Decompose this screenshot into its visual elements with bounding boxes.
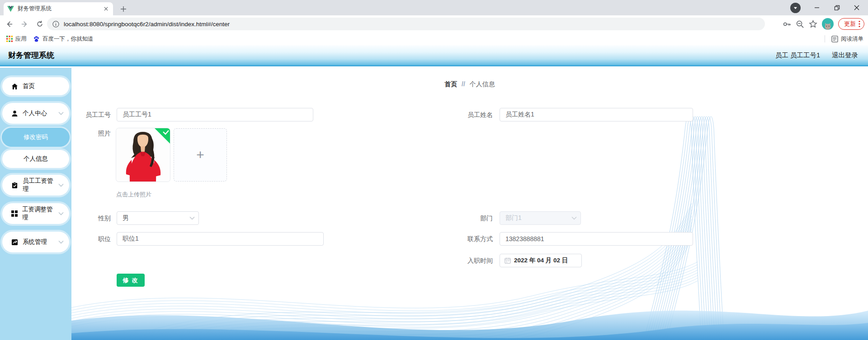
divider bbox=[825, 35, 825, 42]
dept-select[interactable]: 部门1 bbox=[500, 211, 581, 225]
photo-upload-button[interactable]: + bbox=[174, 128, 227, 182]
app-header: 财务管理系统 员工 员工工号1 退出登录 bbox=[0, 45, 868, 66]
contact-field-wrap bbox=[500, 232, 693, 246]
tab-title: 财务管理系统 bbox=[18, 5, 102, 13]
dept-value: 部门1 bbox=[505, 214, 571, 222]
sidebar-item-label: 首页 bbox=[23, 82, 64, 90]
dept-label: 部门 bbox=[448, 211, 493, 225]
contact-label: 联系方式 bbox=[448, 232, 493, 246]
window-restore-button[interactable] bbox=[826, 0, 847, 15]
employee-no-input[interactable] bbox=[117, 108, 313, 121]
baidu-bookmark[interactable]: 百度一下，你就知道 bbox=[33, 35, 94, 43]
password-key-icon[interactable] bbox=[783, 20, 791, 28]
gender-select[interactable]: 男 bbox=[117, 211, 199, 225]
hire-date-value: 2022 年 04 月 02 日 bbox=[514, 256, 568, 265]
back-icon[interactable] bbox=[3, 18, 15, 30]
cat-avatar-icon bbox=[824, 23, 832, 30]
breadcrumb-home[interactable]: 首页 bbox=[444, 80, 457, 88]
sidebar-item-label: 员工工资管理 bbox=[23, 177, 58, 193]
photo-selected-check-icon bbox=[155, 128, 170, 144]
tab-close-icon[interactable] bbox=[102, 5, 109, 13]
photo-label: 照片 bbox=[85, 126, 111, 140]
position-field-wrap bbox=[117, 232, 324, 246]
sidebar-item-personal-info[interactable]: 个人信息 bbox=[2, 149, 70, 168]
logged-in-user: 员工 员工工号1 bbox=[775, 51, 820, 60]
grid-icon bbox=[11, 210, 18, 217]
chevron-down-icon bbox=[571, 216, 577, 220]
hire-date-picker[interactable]: 2022 年 04 月 02 日 bbox=[500, 254, 582, 267]
apps-grid-icon bbox=[6, 36, 13, 42]
position-input[interactable] bbox=[117, 232, 324, 246]
toolbar-right: 更新 bbox=[783, 15, 864, 33]
position-label: 职位 bbox=[77, 232, 111, 246]
apps-shortcut[interactable]: 应用 bbox=[6, 35, 27, 43]
page: 财务管理系统 bbox=[0, 0, 868, 340]
sidebar-item-label: 个人中心 bbox=[23, 109, 58, 117]
sidebar-item-label: 个人信息 bbox=[24, 155, 48, 163]
sidebar-item-salary-management[interactable]: 员工工资管理 bbox=[2, 174, 70, 196]
sidebar-item-salary-adjust-management[interactable]: 工资调整管理 bbox=[2, 203, 70, 224]
refresh-icon[interactable] bbox=[33, 18, 46, 30]
breadcrumb: 首页 // 个人信息 bbox=[71, 80, 868, 88]
bookmark-star-icon[interactable] bbox=[809, 20, 817, 28]
employee-name-input[interactable] bbox=[500, 108, 693, 121]
baidu-paw-icon bbox=[33, 36, 40, 42]
chevron-down-icon bbox=[58, 240, 64, 244]
plus-icon: + bbox=[196, 147, 204, 163]
browser-tab[interactable]: 财务管理系统 bbox=[4, 2, 113, 15]
chart-arrow-icon bbox=[11, 239, 18, 246]
browser-tabstrip: 财务管理系统 bbox=[0, 0, 868, 15]
sidebar-item-personal-center[interactable]: 个人中心 bbox=[2, 102, 70, 124]
sidebar-item-label: 修改密码 bbox=[24, 133, 48, 141]
chrome-update-button[interactable]: 更新 bbox=[838, 18, 864, 30]
sidebar-item-system-management[interactable]: 系统管理 bbox=[2, 231, 70, 253]
new-tab-icon[interactable] bbox=[118, 3, 129, 15]
url-text: localhost:8080/springbootqc6r2/admin/dis… bbox=[64, 21, 230, 28]
sidebar-item-label: 工资调整管理 bbox=[22, 205, 58, 222]
url-input[interactable]: localhost:8080/springbootqc6r2/admin/dis… bbox=[47, 18, 765, 30]
sidebar-item-home[interactable]: 首页 bbox=[2, 77, 70, 96]
user-icon bbox=[11, 110, 18, 117]
home-icon bbox=[11, 83, 18, 90]
forward-icon[interactable] bbox=[18, 18, 31, 30]
zoom-out-icon[interactable] bbox=[796, 20, 804, 28]
sidebar-item-label: 系统管理 bbox=[23, 238, 58, 246]
gender-value: 男 bbox=[123, 214, 189, 222]
upload-hint: 点击上传照片 bbox=[116, 191, 151, 199]
chevron-down-icon bbox=[58, 212, 64, 215]
logout-link[interactable]: 退出登录 bbox=[832, 51, 858, 60]
chevron-down-icon bbox=[58, 183, 64, 187]
reading-list[interactable]: 阅读清单 bbox=[825, 35, 863, 43]
breadcrumb-current: 个人信息 bbox=[470, 80, 495, 88]
gender-label: 性别 bbox=[77, 211, 111, 225]
clipboard-check-icon bbox=[11, 182, 18, 189]
main-content: 首页 // 个人信息 员工工号 员工姓名 照片 bbox=[71, 68, 868, 340]
sidebar: 首页 个人中心 修改密码 个人信息 员工工资管理 bbox=[0, 68, 71, 340]
employee-photo[interactable] bbox=[116, 128, 170, 182]
employee-no-field-wrap bbox=[117, 108, 313, 121]
window-minimize-button[interactable] bbox=[807, 0, 827, 15]
vue-favicon-icon bbox=[7, 6, 14, 12]
hire-date-label: 入职时间 bbox=[448, 254, 493, 267]
contact-input[interactable] bbox=[500, 232, 693, 246]
profile-avatar[interactable] bbox=[822, 18, 834, 30]
update-label: 更新 bbox=[844, 20, 856, 28]
baidu-label: 百度一下，你就知道 bbox=[42, 35, 94, 43]
browser-toolbar: localhost:8080/springbootqc6r2/admin/dis… bbox=[0, 15, 868, 33]
employee-no-label: 员工工号 bbox=[77, 108, 111, 121]
kebab-menu-icon[interactable] bbox=[859, 20, 860, 28]
employee-name-label: 员工姓名 bbox=[448, 108, 493, 121]
window-close-button[interactable] bbox=[846, 0, 867, 15]
site-info-icon[interactable] bbox=[52, 21, 59, 28]
sidebar-item-change-password[interactable]: 修改密码 bbox=[2, 128, 70, 147]
chevron-down-icon bbox=[189, 216, 195, 220]
breadcrumb-separator: // bbox=[462, 80, 465, 88]
chevron-down-icon bbox=[58, 112, 64, 115]
employee-name-field-wrap bbox=[500, 108, 693, 121]
modify-submit-button[interactable]: 修 改 bbox=[117, 274, 145, 287]
reading-list-label: 阅读清单 bbox=[841, 35, 863, 43]
apps-label: 应用 bbox=[15, 35, 27, 43]
download-status-icon[interactable] bbox=[790, 3, 801, 13]
bookmarks-bar: 应用 百度一下，你就知道 阅读清单 bbox=[0, 33, 868, 45]
app-title: 财务管理系统 bbox=[8, 50, 54, 61]
